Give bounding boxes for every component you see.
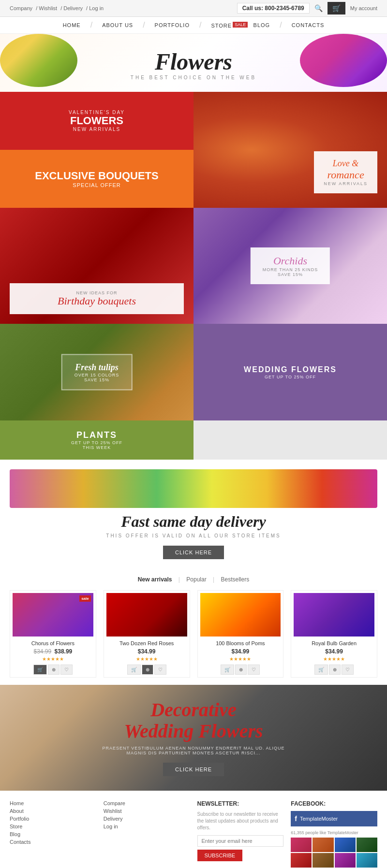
wishlist-btn[interactable]: ♡ xyxy=(342,665,354,675)
hero-title: Flowers xyxy=(10,48,377,75)
nav-blog[interactable]: BLOG xyxy=(253,22,270,28)
tulips-sub1: OVER 15 COLORS xyxy=(74,373,119,377)
tulips-label: Fresh tulips OVER 15 COLORS SAVE 15% xyxy=(61,354,133,391)
nav-contacts[interactable]: CONTACTS xyxy=(292,22,325,28)
fb-photo[interactable] xyxy=(335,853,356,868)
search-button[interactable]: 🔍 xyxy=(314,4,323,12)
product-actions[interactable]: 🛒 ⊕ ♡ xyxy=(294,665,374,675)
wedding-banner: Decorative Wedding Flowers PRAESENT VEST… xyxy=(0,685,387,791)
product-actions[interactable]: 🛒 ⊕ ♡ xyxy=(200,665,281,675)
footer-blog[interactable]: Blog xyxy=(10,831,96,837)
plants-main: PLANTS xyxy=(71,430,122,440)
products-tabs[interactable]: New arrivals | Popular | Bestsellers xyxy=(10,576,377,583)
footer-portfolio[interactable]: Portfolio xyxy=(10,816,96,822)
fb-photo[interactable] xyxy=(313,853,333,868)
nav-portfolio[interactable]: PORTFOLIO xyxy=(155,22,190,28)
valentines-cell[interactable]: VALENTINE'S DAY FLOWERS NEW ARRIVALS xyxy=(0,92,194,150)
add-to-cart-btn[interactable]: 🛒 xyxy=(127,665,141,675)
wishlist-link[interactable]: Wishlist xyxy=(39,5,57,11)
wedding-btn[interactable]: click here xyxy=(163,763,224,776)
nav-store[interactable]: STORE xyxy=(211,23,232,29)
fb-photo[interactable] xyxy=(335,838,356,852)
product-image xyxy=(200,593,281,637)
birthday-cell[interactable]: NEW IDEAS FOR Birthday bouquets xyxy=(0,208,194,324)
tab-bestsellers[interactable]: Bestsellers xyxy=(221,576,250,583)
wishlist-btn[interactable]: ♡ xyxy=(60,665,73,675)
delivery-link[interactable]: Delivery xyxy=(63,5,83,11)
facebook-box[interactable]: f TemplateMoster xyxy=(291,811,377,826)
top-bar-links[interactable]: Company / Wishlist / Delivery / Log in xyxy=(10,5,105,11)
quick-view-btn[interactable]: ⊕ xyxy=(235,665,247,675)
fb-photo[interactable] xyxy=(291,853,312,868)
product-image: sale xyxy=(13,593,93,637)
tab-popular[interactable]: Popular xyxy=(186,576,206,583)
product-actions[interactable]: 🛒 ⊕ ♡ xyxy=(13,665,93,675)
subscribe-button[interactable]: subscribe xyxy=(197,850,243,861)
footer-wishlist[interactable]: Wishlist xyxy=(104,808,190,814)
facebook-photos xyxy=(291,838,377,868)
roses-cell[interactable]: Love & romance NEW ARRIVALS xyxy=(194,92,387,208)
fb-photo[interactable] xyxy=(291,838,312,852)
footer-contacts[interactable]: Contacts xyxy=(10,839,96,845)
fb-photo[interactable] xyxy=(313,838,333,852)
exclusive-cell[interactable]: EXCLUSIVE BOUQUETS SPECIAL OFFER xyxy=(0,150,194,208)
add-to-cart-btn[interactable]: 🛒 xyxy=(221,665,234,675)
footer-about[interactable]: About xyxy=(10,808,96,814)
wedding-cell[interactable]: WEDDING FLOWERS GET UP TO 25% OFF xyxy=(194,324,387,420)
quick-view-btn[interactable]: ⊕ xyxy=(142,665,153,675)
sale-tag: sale xyxy=(79,595,91,602)
footer-login[interactable]: Log in xyxy=(104,824,190,829)
wedding-sub: GET UP TO 25% OFF xyxy=(244,375,337,379)
birthday-script: Birthday bouquets xyxy=(17,295,177,307)
product-stars: ★★★★★ xyxy=(13,656,93,662)
product-name: Two Dozen Red Roses xyxy=(106,640,187,646)
nav-about[interactable]: ABOUT US xyxy=(102,22,133,28)
nav-home[interactable]: HOME xyxy=(63,22,81,28)
product-card: Royal Bulb Garden $34.99 ★★★★★ 🛒 ⊕ ♡ xyxy=(291,590,377,678)
product-name: Chorus of Flowers xyxy=(13,640,93,646)
fb-photo[interactable] xyxy=(357,838,377,852)
wedding-title-line2: Wedding Flowers xyxy=(97,721,290,742)
quick-view-btn[interactable]: ⊕ xyxy=(48,665,60,675)
new-price: $38.99 xyxy=(55,648,73,655)
delivery-btn[interactable]: click here xyxy=(163,546,224,559)
tab-new-arrivals[interactable]: New arrivals xyxy=(138,576,172,583)
login-link[interactable]: Log in xyxy=(89,5,104,11)
plants-cell[interactable]: PLANTS GET UP TO 25% OFF THIS WEEK xyxy=(0,420,194,460)
footer-col-facebook: FACEBOOK: f TemplateMoster 61,355 people… xyxy=(291,800,377,868)
top-bar: Company / Wishlist / Delivery / Log in C… xyxy=(0,0,387,17)
product-price: $34.99 $38.99 xyxy=(13,648,93,655)
wedding-banner-content: Decorative Wedding Flowers PRAESENT VEST… xyxy=(82,685,305,791)
wishlist-btn[interactable]: ♡ xyxy=(154,665,166,675)
cart-button[interactable]: 🛒 xyxy=(327,2,345,14)
footer-store[interactable]: Store xyxy=(10,824,96,829)
product-price: $34.99 xyxy=(294,648,374,655)
newsletter-desc: Subscribe to our newsletter to receive t… xyxy=(197,811,284,831)
fb-photo[interactable] xyxy=(357,853,377,868)
birthday-label: NEW IDEAS FOR Birthday bouquets xyxy=(10,283,184,314)
tulips-cell[interactable]: Fresh tulips OVER 15 COLORS SAVE 15% xyxy=(0,324,194,420)
account-label[interactable]: My account xyxy=(350,5,377,11)
wedding-desc: PRAESENT VESTIBULUM AENEAN NONUMMY ENDRE… xyxy=(97,746,290,755)
facebook-title: FACEBOOK: xyxy=(291,800,377,807)
product-card: sale Chorus of Flowers $34.99 $38.99 ★★★… xyxy=(10,590,96,678)
nav-bar: HOME / ABOUT US / PORTFOLIO / STORE SALE… xyxy=(0,17,387,34)
footer-home[interactable]: Home xyxy=(10,800,96,806)
top-bar-right: Call us: 800-2345-6789 🔍 🛒 My account xyxy=(237,2,377,14)
add-to-cart-btn[interactable]: 🛒 xyxy=(314,665,328,675)
product-image xyxy=(106,593,187,637)
orchids-cell[interactable]: Orchids MORE THAN 25 KINDS SAVE 15% xyxy=(194,208,387,324)
footer-compare[interactable]: Compare xyxy=(104,800,190,806)
newsletter-input[interactable] xyxy=(197,835,284,847)
exclusive-desc: SPECIAL OFFER xyxy=(35,182,158,188)
footer-delivery[interactable]: Delivery xyxy=(104,816,190,822)
company-link[interactable]: Company xyxy=(10,5,32,11)
quick-view-btn[interactable]: ⊕ xyxy=(329,665,341,675)
product-stars: ★★★★★ xyxy=(294,656,374,662)
product-name: Royal Bulb Garden xyxy=(294,640,374,646)
wishlist-btn[interactable]: ♡ xyxy=(248,665,260,675)
add-to-cart-btn[interactable]: 🛒 xyxy=(33,665,47,675)
phone-number: 800-2345-6789 xyxy=(265,5,304,12)
product-actions[interactable]: 🛒 ⊕ ♡ xyxy=(106,665,187,675)
roses-line2: romance xyxy=(324,169,368,181)
